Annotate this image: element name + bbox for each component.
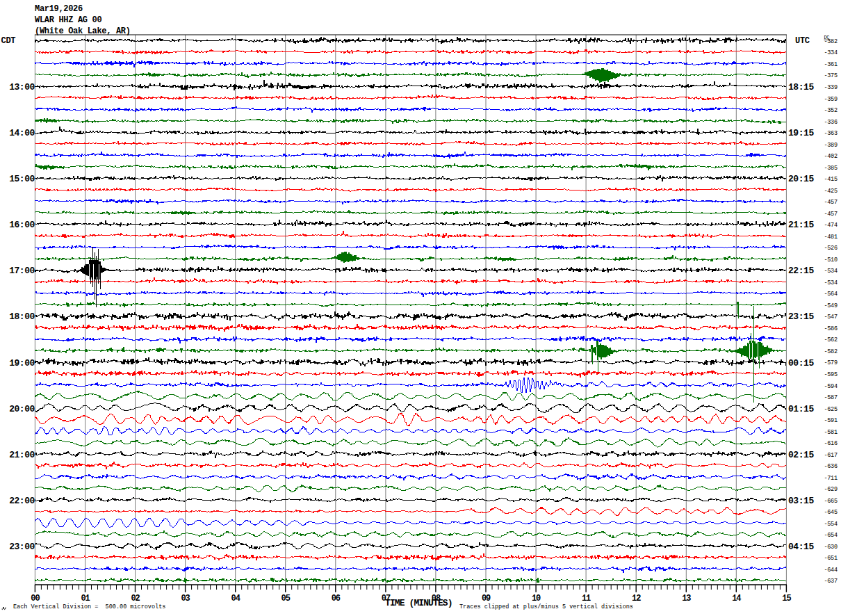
svg-text:-361: -361 <box>824 61 838 68</box>
svg-text:-644: -644 <box>824 567 838 574</box>
svg-text:-534: -534 <box>824 279 838 286</box>
svg-text:-629: -629 <box>824 486 838 493</box>
svg-text:-549: -549 <box>824 302 838 309</box>
svg-text:02: 02 <box>131 594 140 603</box>
svg-text:-526: -526 <box>824 245 838 252</box>
svg-text:22:15: 22:15 <box>788 266 814 276</box>
svg-text:UTC: UTC <box>795 36 810 46</box>
svg-text:Mar19,2026: Mar19,2026 <box>35 4 83 14</box>
svg-text:-339: -339 <box>824 84 838 91</box>
svg-text:03: 03 <box>181 594 190 603</box>
svg-text:-625: -625 <box>824 406 838 413</box>
svg-text:15: 15 <box>782 594 791 603</box>
svg-text:-363: -363 <box>824 130 838 137</box>
svg-text:-385: -385 <box>824 165 838 172</box>
svg-text:-564: -564 <box>824 291 838 298</box>
svg-text:-651: -651 <box>824 555 838 562</box>
svg-text:14: 14 <box>732 594 741 603</box>
svg-text:-425: -425 <box>824 188 838 195</box>
svg-text:-359: -359 <box>824 96 838 103</box>
svg-text:23:15: 23:15 <box>788 311 814 322</box>
svg-text:15:00: 15:00 <box>9 174 35 184</box>
svg-text:00:15: 00:15 <box>788 358 814 368</box>
svg-text:-595: -595 <box>824 371 838 378</box>
svg-text:-665: -665 <box>824 498 838 505</box>
svg-text:-616: -616 <box>824 440 838 447</box>
svg-text:WLAR HHZ AG 00: WLAR HHZ AG 00 <box>35 15 101 25</box>
svg-text:(White Oak Lake, AR): (White Oak Lake, AR) <box>35 26 131 36</box>
svg-text:-579: -579 <box>824 359 838 366</box>
svg-text:21:00: 21:00 <box>9 450 35 460</box>
svg-text:-474: -474 <box>824 222 838 229</box>
svg-text:03:15: 03:15 <box>788 496 814 506</box>
svg-text:18:00: 18:00 <box>9 311 35 322</box>
svg-text:-334: -334 <box>824 49 838 56</box>
svg-text:11: 11 <box>582 594 591 603</box>
svg-text:-389: -389 <box>824 142 838 149</box>
svg-text:04: 04 <box>231 594 240 603</box>
svg-text:-654: -654 <box>824 532 838 539</box>
svg-text:-636: -636 <box>824 463 838 470</box>
svg-text:-630: -630 <box>824 544 838 551</box>
svg-text:12: 12 <box>632 594 641 603</box>
svg-text:TIME (MINUTES): TIME (MINUTES) <box>385 598 452 608</box>
svg-text:17:00: 17:00 <box>9 266 35 276</box>
svg-text:22:00: 22:00 <box>9 496 35 506</box>
svg-text:-645: -645 <box>824 509 838 516</box>
svg-text:-617: -617 <box>824 452 838 459</box>
svg-text:Traces clipped at plus/minus 5: Traces clipped at plus/minus 5 vertical … <box>459 603 633 610</box>
svg-text:06: 06 <box>332 594 341 603</box>
svg-text:00: 00 <box>31 594 40 603</box>
svg-text:18:15: 18:15 <box>788 82 814 92</box>
svg-text:20:00: 20:00 <box>9 404 35 414</box>
svg-text:CDT: CDT <box>1 36 16 46</box>
svg-text:-587: -587 <box>824 394 838 401</box>
svg-text:-481: -481 <box>824 234 838 241</box>
svg-text:-582: -582 <box>824 348 838 355</box>
svg-text:19:15: 19:15 <box>788 128 814 138</box>
svg-text:01:15: 01:15 <box>788 404 814 414</box>
svg-text:-554: -554 <box>824 521 838 528</box>
svg-text:13:00: 13:00 <box>9 82 35 92</box>
svg-text:13: 13 <box>682 594 691 603</box>
svg-text:-562: -562 <box>824 337 838 343</box>
svg-text:-375: -375 <box>824 72 838 79</box>
svg-text:-402: -402 <box>824 153 838 160</box>
svg-text:-534: -534 <box>824 268 838 275</box>
svg-text:-457: -457 <box>824 199 838 206</box>
svg-text:-510: -510 <box>824 257 838 264</box>
svg-text:01: 01 <box>81 594 90 603</box>
svg-text:20:15: 20:15 <box>788 174 814 184</box>
svg-text:-336: -336 <box>824 119 838 126</box>
svg-text:14:00: 14:00 <box>9 128 35 138</box>
svg-text:10: 10 <box>532 594 541 603</box>
svg-text:-457: -457 <box>824 211 838 218</box>
svg-text:-415: -415 <box>824 176 838 183</box>
svg-text:19:00: 19:00 <box>9 358 35 368</box>
svg-text:04:15: 04:15 <box>788 542 814 552</box>
svg-text:Each Vertical Division = 500.: Each Vertical Division = 500.00 microvol… <box>13 603 165 610</box>
svg-text:21:15: 21:15 <box>788 220 814 230</box>
svg-text:09: 09 <box>482 594 491 603</box>
svg-text:-586: -586 <box>824 325 838 332</box>
svg-text:23:00: 23:00 <box>9 542 35 552</box>
svg-text:-581: -581 <box>824 429 838 436</box>
svg-text:02:15: 02:15 <box>788 450 814 460</box>
svg-text:05: 05 <box>281 594 291 603</box>
svg-text:-594: -594 <box>824 383 838 390</box>
svg-text:-637: -637 <box>824 578 838 585</box>
svg-text:-591: -591 <box>824 417 838 424</box>
svg-text:-711: -711 <box>824 475 838 482</box>
svg-text:-352: -352 <box>824 107 838 114</box>
svg-text:16:00: 16:00 <box>9 220 35 230</box>
svg-text:-547: -547 <box>824 314 838 321</box>
svg-text:-382: -382 <box>824 38 838 45</box>
